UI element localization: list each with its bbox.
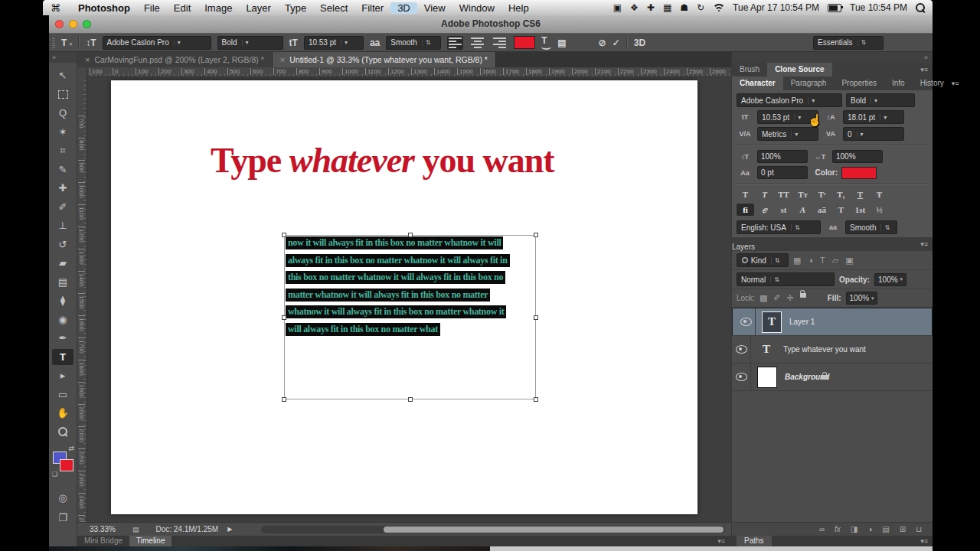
lock-all-icon[interactable] [800, 293, 806, 298]
menu-item-3d[interactable]: 3D [390, 2, 417, 14]
tab-close-icon[interactable]: × [280, 55, 285, 64]
menu-item-type[interactable]: Type [278, 2, 313, 14]
discretionary-ligatures-button[interactable]: st [775, 204, 792, 216]
align-center-button[interactable] [469, 36, 485, 50]
menu-clock-secondary[interactable]: Tue 10:54 PM [850, 2, 907, 13]
cancel-edits-button[interactable]: ⊘ [599, 37, 606, 48]
handle-middle-left[interactable] [282, 315, 286, 320]
lasso-tool[interactable]: Q [52, 105, 74, 121]
layer-effects-icon[interactable]: fx [835, 525, 841, 533]
default-colors-icon[interactable]: ❏ [52, 471, 57, 478]
swash-button[interactable]: ℯ [756, 204, 773, 216]
delete-layer-icon[interactable]: ⊔ [916, 525, 922, 533]
tab-character[interactable]: Character [732, 77, 783, 90]
horizontal-scrollbar-thumb[interactable] [384, 527, 724, 533]
tab-paths[interactable]: Paths [737, 536, 772, 546]
stylistic-alternates-button[interactable]: A [794, 204, 812, 216]
char-baseline-field[interactable]: 0 pt [757, 166, 808, 179]
commit-edits-button[interactable]: ✓ [612, 37, 620, 48]
handle-top-left[interactable] [282, 233, 286, 237]
handle-middle-right[interactable] [534, 315, 538, 320]
tab-mini-bridge[interactable]: Mini Bridge [77, 536, 129, 546]
layer-thumbnail[interactable] [757, 367, 777, 388]
swap-colors-icon[interactable]: ⇄ [68, 445, 74, 452]
new-layer-icon[interactable]: ⊞ [900, 525, 906, 533]
dock-collapse-bar[interactable]: » [732, 52, 933, 63]
lock-position-icon[interactable]: ✛ [787, 293, 794, 303]
tab-brush[interactable]: Brush [732, 63, 767, 77]
menu-item-photoshop[interactable]: Photoshop [71, 2, 137, 14]
panel-menu-icon[interactable]: ▾≡ [920, 63, 928, 77]
marquee-tool[interactable] [52, 86, 74, 103]
pen-tool[interactable]: ✒ [52, 330, 74, 346]
layer-row-3[interactable]: Background [732, 364, 933, 391]
path-selection-tool[interactable]: ▸ [52, 367, 74, 383]
clone-stamp-tool[interactable]: ⊥ [52, 217, 74, 233]
link-layers-icon[interactable]: ∞ [819, 525, 825, 533]
zoom-tool[interactable] [52, 424, 74, 440]
tools-collapse-bar[interactable]: » [49, 52, 77, 63]
document-tab-1[interactable]: ×CarMovingFun.psd @ 200% (Layer 2, RGB/8… [77, 52, 273, 67]
char-horizontal-scale-field[interactable]: 100% [832, 150, 883, 163]
menu-item-filter[interactable]: Filter [354, 2, 390, 14]
spotlight-icon[interactable] [916, 3, 925, 12]
contextual-alternates-button[interactable]: T [832, 204, 850, 216]
layer-visibility-toggle[interactable] [732, 364, 751, 390]
zoom-level-field[interactable]: 33.33% [90, 525, 116, 533]
hand-tool[interactable]: ✋ [52, 405, 74, 421]
battery-icon[interactable] [828, 4, 841, 12]
menu-clock[interactable]: Tue Apr 17 10:54 PM [733, 2, 819, 13]
document-size-info[interactable]: Doc: 24.1M/1.25M [155, 525, 218, 533]
subscript-button[interactable]: T₁ [832, 188, 850, 201]
filter-pixel-layers-icon[interactable]: ▦ [793, 256, 801, 266]
align-left-button[interactable] [447, 36, 463, 50]
brush-tool[interactable]: ✐ [52, 199, 74, 215]
faux-italic-button[interactable]: T [756, 188, 773, 201]
apple-menu-icon[interactable]: ⌘ [51, 2, 60, 14]
new-group-icon[interactable]: ▤ [882, 525, 889, 533]
fractions-button[interactable]: ½ [871, 204, 888, 216]
menu-item-layer[interactable]: Layer [239, 2, 278, 14]
new-adjustment-layer-icon[interactable]: ◑ [867, 525, 872, 533]
handle-bottom-right[interactable] [534, 397, 538, 402]
menu-item-edit[interactable]: Edit [167, 2, 198, 14]
layer-visibility-toggle[interactable] [732, 336, 751, 363]
faux-bold-button[interactable]: T [737, 188, 754, 201]
char-kerning-select[interactable]: Metrics▾ [757, 127, 818, 141]
handle-top-center[interactable] [408, 233, 413, 237]
handle-bottom-center[interactable] [408, 397, 413, 402]
background-color-swatch[interactable] [60, 459, 74, 471]
status-menu-arrow-icon[interactable]: ▶ [227, 526, 232, 533]
workspace-select[interactable]: Essentials⇅ [813, 36, 884, 50]
text-color-swatch[interactable] [514, 36, 535, 49]
type-tool-preset-icon[interactable]: T ▾ [61, 37, 72, 48]
shape-tool[interactable]: ▭ [52, 386, 74, 403]
add-layer-mask-icon[interactable]: ◨ [851, 525, 858, 533]
move-tool[interactable]: ↖ [52, 67, 74, 83]
anti-alias-select[interactable]: Smooth⇅ [386, 36, 441, 50]
layer-thumbnail[interactable]: T [757, 340, 776, 360]
menu-item-select[interactable]: Select [313, 2, 354, 14]
layer-thumbnail[interactable]: T [762, 311, 782, 333]
char-leading-select[interactable]: 18.01 pt▾ [843, 110, 904, 124]
char-font-style-select[interactable]: Bold▾ [846, 93, 915, 107]
dodge-tool[interactable]: ◉ [52, 311, 74, 328]
sync-icon[interactable]: ↻ [697, 2, 704, 13]
text-bounding-box[interactable]: now it will always fit in this box no ma… [284, 235, 536, 399]
tab-paragraph[interactable]: Paragraph [783, 77, 835, 90]
char-font-family-select[interactable]: Adobe Caslon Pro▾ [737, 93, 842, 107]
ordinals-button[interactable]: 1st [851, 204, 869, 216]
small-caps-button[interactable]: Tᴛ [794, 188, 812, 201]
document-tab-2[interactable]: ×Untitled-1 @ 33.3% (Type whatever you w… [273, 52, 496, 67]
quick-selection-tool[interactable]: ✶ [52, 124, 74, 140]
underline-button[interactable]: T [851, 188, 869, 201]
panel-menu-icon[interactable]: ▾≡ [952, 77, 959, 90]
filter-type-layers-icon[interactable]: T [820, 256, 825, 266]
menu-item-help[interactable]: Help [501, 2, 536, 14]
menu-item-window[interactable]: Window [452, 2, 501, 14]
warp-text-icon[interactable]: T [541, 35, 551, 50]
menu-item-image[interactable]: Image [198, 2, 239, 14]
char-vertical-scale-field[interactable]: 100% [757, 150, 808, 163]
titling-alternates-button[interactable]: aā [813, 204, 831, 216]
tab-timeline[interactable]: Timeline [129, 536, 172, 546]
